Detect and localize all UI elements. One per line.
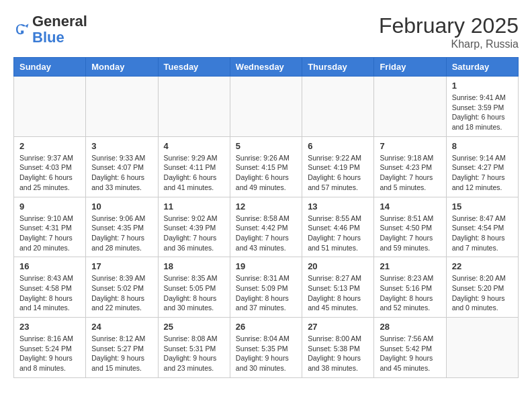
calendar-cell: 18Sunrise: 8:35 AM Sunset: 5:05 PM Dayli… (158, 257, 230, 318)
day-info: Sunrise: 9:14 AM Sunset: 4:27 PM Dayligh… (452, 153, 513, 193)
calendar-cell (14, 77, 86, 137)
day-number: 15 (452, 201, 513, 212)
day-number: 11 (164, 201, 224, 212)
weekday-header-sunday: Sunday (14, 58, 86, 77)
day-info: Sunrise: 9:33 AM Sunset: 4:07 PM Dayligh… (91, 153, 152, 193)
day-number: 12 (236, 201, 296, 212)
day-number: 5 (236, 141, 296, 151)
day-info: Sunrise: 9:02 AM Sunset: 4:39 PM Dayligh… (164, 214, 224, 253)
logo-blue: Blue (32, 29, 64, 46)
day-info: Sunrise: 8:51 AM Sunset: 4:50 PM Dayligh… (380, 214, 440, 253)
logo: General Blue (13, 13, 87, 46)
day-number: 8 (452, 141, 513, 151)
calendar-cell: 14Sunrise: 8:51 AM Sunset: 4:50 PM Dayli… (374, 197, 446, 257)
calendar-week-row: 1Sunrise: 9:41 AM Sunset: 3:59 PM Daylig… (14, 77, 519, 137)
day-number: 3 (91, 141, 152, 151)
day-info: Sunrise: 8:31 AM Sunset: 5:09 PM Dayligh… (236, 273, 296, 313)
weekday-header-friday: Friday (374, 58, 446, 77)
day-info: Sunrise: 8:08 AM Sunset: 5:31 PM Dayligh… (164, 334, 224, 373)
calendar-cell: 16Sunrise: 8:43 AM Sunset: 4:58 PM Dayli… (14, 257, 86, 318)
calendar-cell: 5Sunrise: 9:26 AM Sunset: 4:15 PM Daylig… (230, 136, 302, 197)
calendar-cell: 22Sunrise: 8:20 AM Sunset: 5:20 PM Dayli… (446, 257, 518, 318)
calendar-table: SundayMondayTuesdayWednesdayThursdayFrid… (13, 57, 519, 378)
day-info: Sunrise: 8:58 AM Sunset: 4:42 PM Dayligh… (236, 214, 296, 253)
calendar-cell: 26Sunrise: 8:04 AM Sunset: 5:35 PM Dayli… (230, 318, 302, 378)
day-number: 27 (308, 322, 368, 332)
day-info: Sunrise: 8:00 AM Sunset: 5:38 PM Dayligh… (308, 334, 368, 373)
day-number: 17 (91, 261, 152, 271)
title-area: February 2025 Kharp, Russia (379, 13, 519, 50)
calendar-cell: 24Sunrise: 8:12 AM Sunset: 5:27 PM Dayli… (86, 318, 158, 378)
day-number: 25 (164, 322, 224, 332)
calendar-cell: 15Sunrise: 8:47 AM Sunset: 4:54 PM Dayli… (446, 197, 518, 257)
location-subtitle: Kharp, Russia (379, 38, 519, 50)
weekday-header-tuesday: Tuesday (158, 58, 230, 77)
calendar-cell: 23Sunrise: 8:16 AM Sunset: 5:24 PM Dayli… (14, 318, 86, 378)
calendar-cell: 3Sunrise: 9:33 AM Sunset: 4:07 PM Daylig… (86, 136, 158, 197)
calendar-week-row: 16Sunrise: 8:43 AM Sunset: 4:58 PM Dayli… (14, 257, 519, 318)
weekday-header-thursday: Thursday (302, 58, 374, 77)
calendar-cell: 1Sunrise: 9:41 AM Sunset: 3:59 PM Daylig… (446, 77, 518, 137)
day-number: 24 (91, 322, 152, 332)
calendar-cell (86, 77, 158, 137)
calendar-cell: 20Sunrise: 8:27 AM Sunset: 5:13 PM Dayli… (302, 257, 374, 318)
calendar-cell (158, 77, 230, 137)
calendar-cell: 25Sunrise: 8:08 AM Sunset: 5:31 PM Dayli… (158, 318, 230, 378)
calendar-week-row: 2Sunrise: 9:37 AM Sunset: 4:03 PM Daylig… (14, 136, 519, 197)
calendar-cell: 4Sunrise: 9:29 AM Sunset: 4:11 PM Daylig… (158, 136, 230, 197)
day-info: Sunrise: 8:20 AM Sunset: 5:20 PM Dayligh… (452, 273, 513, 313)
calendar-cell: 9Sunrise: 9:10 AM Sunset: 4:31 PM Daylig… (14, 197, 86, 257)
day-number: 18 (164, 261, 224, 271)
day-number: 20 (308, 261, 368, 271)
calendar-cell (302, 77, 374, 137)
day-number: 1 (452, 81, 513, 91)
calendar-cell: 12Sunrise: 8:58 AM Sunset: 4:42 PM Dayli… (230, 197, 302, 257)
calendar-cell: 21Sunrise: 8:23 AM Sunset: 5:16 PM Dayli… (374, 257, 446, 318)
calendar-cell: 10Sunrise: 9:06 AM Sunset: 4:35 PM Dayli… (86, 197, 158, 257)
day-number: 14 (380, 201, 440, 212)
calendar-cell: 19Sunrise: 8:31 AM Sunset: 5:09 PM Dayli… (230, 257, 302, 318)
calendar-cell: 13Sunrise: 8:55 AM Sunset: 4:46 PM Dayli… (302, 197, 374, 257)
day-info: Sunrise: 8:04 AM Sunset: 5:35 PM Dayligh… (236, 334, 296, 373)
calendar-cell (446, 318, 518, 378)
day-info: Sunrise: 9:26 AM Sunset: 4:15 PM Dayligh… (236, 153, 296, 193)
logo-general: General (32, 13, 87, 30)
logo-icon (13, 21, 30, 38)
day-info: Sunrise: 9:18 AM Sunset: 4:23 PM Dayligh… (380, 153, 440, 193)
day-info: Sunrise: 9:37 AM Sunset: 4:03 PM Dayligh… (19, 153, 80, 193)
day-info: Sunrise: 9:22 AM Sunset: 4:19 PM Dayligh… (308, 153, 368, 193)
day-info: Sunrise: 8:43 AM Sunset: 4:58 PM Dayligh… (19, 273, 80, 313)
weekday-header-saturday: Saturday (446, 58, 518, 77)
calendar-cell: 2Sunrise: 9:37 AM Sunset: 4:03 PM Daylig… (14, 136, 86, 197)
day-info: Sunrise: 8:47 AM Sunset: 4:54 PM Dayligh… (452, 214, 513, 253)
day-number: 28 (380, 322, 440, 332)
day-info: Sunrise: 8:39 AM Sunset: 5:02 PM Dayligh… (91, 273, 152, 313)
calendar-header-row: SundayMondayTuesdayWednesdayThursdayFrid… (14, 58, 519, 77)
day-info: Sunrise: 9:29 AM Sunset: 4:11 PM Dayligh… (164, 153, 224, 193)
weekday-header-monday: Monday (86, 58, 158, 77)
calendar-cell (230, 77, 302, 137)
day-number: 9 (19, 201, 80, 212)
day-info: Sunrise: 8:55 AM Sunset: 4:46 PM Dayligh… (308, 214, 368, 253)
calendar-week-row: 9Sunrise: 9:10 AM Sunset: 4:31 PM Daylig… (14, 197, 519, 257)
day-info: Sunrise: 7:56 AM Sunset: 5:42 PM Dayligh… (380, 334, 440, 373)
day-number: 7 (380, 141, 440, 151)
logo-text: General Blue (32, 13, 87, 46)
calendar-week-row: 23Sunrise: 8:16 AM Sunset: 5:24 PM Dayli… (14, 318, 519, 378)
day-info: Sunrise: 8:16 AM Sunset: 5:24 PM Dayligh… (19, 334, 80, 373)
day-info: Sunrise: 9:41 AM Sunset: 3:59 PM Dayligh… (452, 93, 513, 132)
day-info: Sunrise: 8:12 AM Sunset: 5:27 PM Dayligh… (91, 334, 152, 373)
calendar-cell: 6Sunrise: 9:22 AM Sunset: 4:19 PM Daylig… (302, 136, 374, 197)
day-number: 6 (308, 141, 368, 151)
day-info: Sunrise: 8:23 AM Sunset: 5:16 PM Dayligh… (380, 273, 440, 313)
calendar-cell: 7Sunrise: 9:18 AM Sunset: 4:23 PM Daylig… (374, 136, 446, 197)
day-number: 16 (19, 261, 80, 271)
month-year-title: February 2025 (379, 13, 519, 38)
day-info: Sunrise: 9:06 AM Sunset: 4:35 PM Dayligh… (91, 214, 152, 253)
weekday-header-wednesday: Wednesday (230, 58, 302, 77)
day-info: Sunrise: 9:10 AM Sunset: 4:31 PM Dayligh… (19, 214, 80, 253)
day-number: 22 (452, 261, 513, 271)
page-header: General Blue February 2025 Kharp, Russia (13, 13, 519, 50)
day-number: 23 (19, 322, 80, 332)
day-info: Sunrise: 8:35 AM Sunset: 5:05 PM Dayligh… (164, 273, 224, 313)
